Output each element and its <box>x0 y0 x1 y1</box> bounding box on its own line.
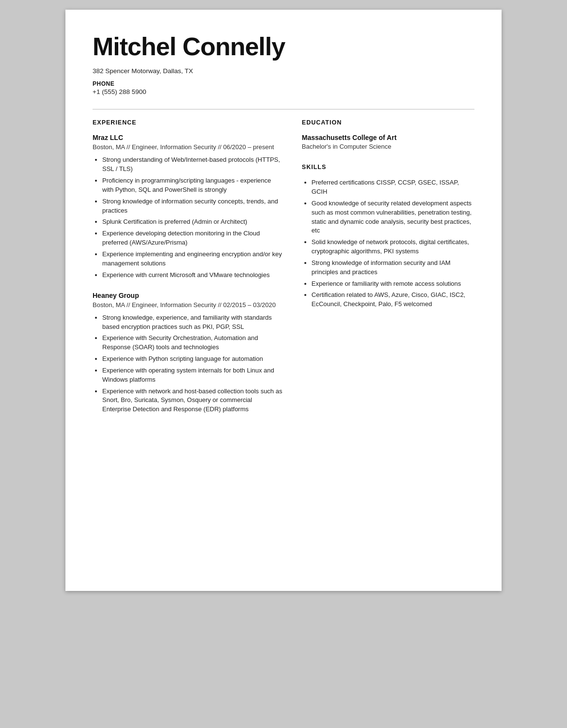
school-degree-1: Bachelor's in Computer Science <box>302 143 474 150</box>
bullet-2-5: Experience with network and host-based c… <box>102 387 283 415</box>
bullet-2-2: Experience with Security Orchestration, … <box>102 334 283 352</box>
header-divider <box>93 109 474 109</box>
skill-5: Experience or familiarity with remote ac… <box>312 279 474 289</box>
header: Mitchel Connelly 382 Spencer Motorway, D… <box>93 33 474 95</box>
skills-section: SKILLS Preferred certifications CISSP, C… <box>302 164 474 309</box>
resume-page: Mitchel Connelly 382 Spencer Motorway, D… <box>65 10 502 591</box>
candidate-address: 382 Spencer Motorway, Dallas, TX <box>93 67 474 75</box>
job-company-1: Mraz LLC <box>93 134 283 141</box>
experience-section-title: EXPERIENCE <box>93 119 283 126</box>
job-block-2: Heaney Group Boston, MA // Engineer, Inf… <box>93 292 283 415</box>
job-company-2: Heaney Group <box>93 292 283 299</box>
bullet-1-7: Experience with current Microsoft and VM… <box>102 271 283 280</box>
skill-6: Certification related to AWS, Azure, Cis… <box>312 291 474 309</box>
job-meta-1: Boston, MA // Engineer, Information Secu… <box>93 143 283 152</box>
phone-label: PHONE <box>93 80 474 87</box>
bullet-2-3: Experience with Python scripting languag… <box>102 355 283 364</box>
bullet-1-3: Strong knowledge of information security… <box>102 197 283 216</box>
skill-2: Good knowledge of security related devel… <box>312 199 474 235</box>
education-section: EDUCATION Massachusetts College of Art B… <box>302 119 474 150</box>
phone-value: +1 (555) 288 5900 <box>93 88 474 95</box>
job-bullets-1: Strong understanding of Web/Internet-bas… <box>93 155 283 279</box>
job-bullets-2: Strong knowledge, experience, and famili… <box>93 313 283 414</box>
main-content: EXPERIENCE Mraz LLC Boston, MA // Engine… <box>93 119 474 426</box>
edu-block-1: Massachusetts College of Art Bachelor's … <box>302 134 474 150</box>
bullet-1-2: Proficiency in programming/scripting lan… <box>102 176 283 195</box>
skill-3: Solid knowledge of network protocols, di… <box>312 238 474 256</box>
skill-1: Preferred certifications CISSP, CCSP, GS… <box>312 178 474 197</box>
right-column: EDUCATION Massachusetts College of Art B… <box>302 119 474 426</box>
education-section-title: EDUCATION <box>302 119 474 126</box>
skill-4: Strong knowledge of information security… <box>312 259 474 277</box>
bullet-2-4: Experience with operating system interna… <box>102 366 283 385</box>
bullet-1-4: Splunk Certification is preferred (Admin… <box>102 217 283 227</box>
job-block-1: Mraz LLC Boston, MA // Engineer, Informa… <box>93 134 283 279</box>
candidate-name: Mitchel Connelly <box>93 33 474 61</box>
bullet-1-1: Strong understanding of Web/Internet-bas… <box>102 155 283 174</box>
job-meta-2: Boston, MA // Engineer, Information Secu… <box>93 301 283 310</box>
skills-section-title: SKILLS <box>302 164 474 170</box>
bullet-2-1: Strong knowledge, experience, and famili… <box>102 313 283 332</box>
bullet-1-6: Experience implementing and engineering … <box>102 250 283 268</box>
bullet-1-5: Experience developing detection monitori… <box>102 229 283 248</box>
left-column: EXPERIENCE Mraz LLC Boston, MA // Engine… <box>93 119 283 426</box>
school-name-1: Massachusetts College of Art <box>302 134 474 141</box>
skills-bullets: Preferred certifications CISSP, CCSP, GS… <box>302 178 474 309</box>
